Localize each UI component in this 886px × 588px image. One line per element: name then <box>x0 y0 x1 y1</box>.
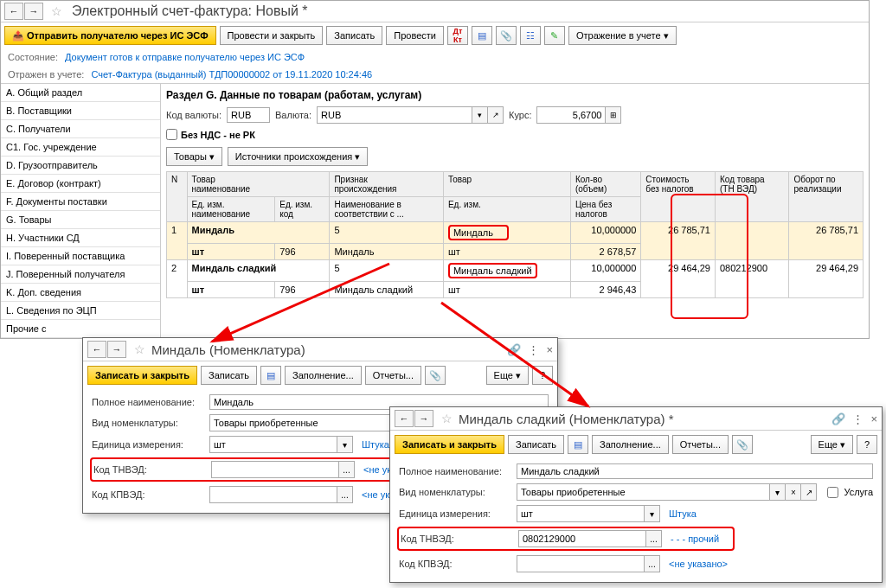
popup1-help-button[interactable]: ? <box>532 366 553 385</box>
novat-checkbox[interactable] <box>166 129 177 140</box>
popup2-back-button[interactable]: ← <box>395 410 414 427</box>
popup1-fill-button[interactable]: Заполнение... <box>285 366 362 385</box>
popup2-link-icon[interactable]: 🔗 <box>831 412 845 425</box>
popup2-type-open[interactable]: ↗ <box>801 483 817 501</box>
state-link[interactable]: Документ готов к отправке получателю чер… <box>65 52 305 62</box>
popup1-tnved-dots[interactable]: ... <box>339 461 355 478</box>
popup1-save-button[interactable]: Записать <box>201 366 257 385</box>
sidebar-item-c[interactable]: C. Получатели <box>1 120 160 138</box>
nav-back-button[interactable]: ← <box>4 3 23 20</box>
sidebar-item-d[interactable]: D. Грузоотправитель <box>1 157 160 175</box>
popup2-reports-button[interactable]: Отчеты... <box>672 435 729 454</box>
currency-code-input[interactable] <box>227 107 270 123</box>
popup2-tnved-input[interactable] <box>518 530 646 547</box>
post-button[interactable]: Провести <box>386 26 444 45</box>
popup2-unit-input[interactable] <box>517 505 645 522</box>
popup1-menu-icon[interactable]: ⋮ <box>528 343 539 356</box>
popup2-help-button[interactable]: ? <box>857 435 877 454</box>
popup2-unit-dropdown[interactable]: ▾ <box>645 505 660 522</box>
popup2-menu-icon[interactable]: ⋮ <box>852 412 864 425</box>
popup2-fill-button[interactable]: Заполнение... <box>592 435 669 454</box>
sources-dropdown-button[interactable]: Источники происхождения ▾ <box>228 147 368 166</box>
popup2-type-input[interactable] <box>517 483 770 501</box>
popup2-star-icon[interactable]: ☆ <box>440 412 453 425</box>
popup1-kpved-dots[interactable]: ... <box>337 486 353 503</box>
sidebar-item-k[interactable]: K. Доп. сведения <box>1 284 160 302</box>
popup2-kpved-dots[interactable]: ... <box>645 555 660 572</box>
th-name: Товар наименование <box>187 172 330 197</box>
popup2-type-clear[interactable]: × <box>786 483 801 501</box>
popup1-save-close-button[interactable]: Записать и закрыть <box>87 366 197 385</box>
popup2-save-button[interactable]: Записать <box>508 435 564 454</box>
popup1-reports-button[interactable]: Отчеты... <box>365 366 421 385</box>
arrow-right-icon: → <box>29 6 39 16</box>
popup2-fullname-input[interactable] <box>517 463 873 479</box>
reflected-link[interactable]: Счет-Фактура (выданный) ТДП00000002 от 1… <box>91 69 372 80</box>
popup2-forward-button[interactable]: → <box>414 410 433 427</box>
popup2-more-button[interactable]: Еще ▾ <box>811 435 853 454</box>
list-icon-button[interactable]: ▤ <box>472 26 492 45</box>
table-row[interactable]: 1 Миндаль 5 Миндаль 10,000000 26 785,71 … <box>167 222 864 244</box>
list-icon: ▤ <box>478 30 486 42</box>
sidebar-item-b[interactable]: B. Поставщики <box>1 102 160 120</box>
post-close-button[interactable]: Провести и закрыть <box>220 26 324 45</box>
popup1-forward-button[interactable]: → <box>107 341 126 358</box>
favorite-star-icon[interactable]: ☆ <box>49 4 63 18</box>
popup1-link-icon[interactable]: 🔗 <box>507 343 521 356</box>
dtkt-icon-button[interactable]: ДтКт <box>447 26 468 45</box>
chevron-down-icon: ▾ <box>664 30 669 42</box>
main-toolbar: 📤 Отправить получателю через ИС ЭСФ Пров… <box>1 22 869 48</box>
nav-forward-button[interactable]: → <box>24 3 43 20</box>
goods-dropdown-button[interactable]: Товары ▾ <box>166 147 222 166</box>
popup2-kpved-input[interactable] <box>517 555 645 572</box>
popup2-type-dropdown[interactable]: ▾ <box>770 483 786 501</box>
sidebar-item-l[interactable]: L. Сведения по ЭЦП <box>1 302 160 320</box>
popup2-tnved-hint[interactable]: - - - прочий <box>671 534 719 544</box>
sidebar-item-f[interactable]: F. Документы поставки <box>1 193 160 211</box>
popup1-unit-input[interactable] <box>209 436 337 453</box>
popup2-attach-button[interactable]: 📎 <box>732 435 753 454</box>
sidebar-item-i[interactable]: I. Поверенный поставщика <box>1 247 160 265</box>
sidebar-item-a[interactable]: A. Общий раздел <box>1 84 160 102</box>
currency-dropdown-button[interactable]: ▾ <box>472 106 488 124</box>
popup2-tnved-dots[interactable]: ... <box>646 530 662 547</box>
popup2-list-button[interactable]: ▤ <box>568 435 588 454</box>
sidebar-item-h[interactable]: H. Участники СД <box>1 229 160 247</box>
popup1-more-button[interactable]: Еще ▾ <box>486 366 529 385</box>
popup1-unit-dropdown[interactable]: ▾ <box>337 436 353 453</box>
sidebar-item-g[interactable]: G. Товары <box>1 211 160 229</box>
table-row[interactable]: 2 Миндаль сладкий 5 Миндаль сладкий 10,0… <box>167 260 864 282</box>
popup1-unit-hint[interactable]: Штука <box>362 439 389 450</box>
sidebar-item-other[interactable]: Прочие с <box>1 320 160 338</box>
popup2-save-close-button[interactable]: Записать и закрыть <box>395 435 504 454</box>
popup2-close-icon[interactable]: × <box>870 412 877 425</box>
popup2-tnved-label: Код ТНВЭД: <box>401 534 513 544</box>
struct-icon-button[interactable]: ☷ <box>520 26 541 45</box>
popup2-kpved-hint[interactable]: <не указано> <box>669 559 728 569</box>
novat-label: Без НДС - не РК <box>181 130 255 140</box>
send-esf-button[interactable]: 📤 Отправить получателю через ИС ЭСФ <box>4 26 216 45</box>
popup1-back-button[interactable]: ← <box>87 341 106 358</box>
rate-calc-button[interactable]: ⊞ <box>606 106 621 124</box>
attach-icon-button[interactable]: 📎 <box>496 26 517 45</box>
popup1-star-icon[interactable]: ☆ <box>132 342 146 356</box>
popup1-attach-button[interactable]: 📎 <box>425 366 446 385</box>
popup1-kpved-input[interactable] <box>209 486 337 503</box>
popup1-tnved-input[interactable] <box>211 461 339 478</box>
rate-input[interactable] <box>536 106 606 124</box>
sidebar-item-j[interactable]: J. Поверенный получателя <box>1 265 160 284</box>
currency-input[interactable] <box>317 106 472 124</box>
sidebar-item-e[interactable]: E. Договор (контракт) <box>1 175 160 193</box>
popup1-title: Миндаль (Номенклатура) <box>151 342 305 357</box>
currency-open-button[interactable]: ↗ <box>488 106 504 124</box>
popup2-unit-hint[interactable]: Штука <box>669 508 697 519</box>
sidebar-item-c1[interactable]: C1. Гос. учреждение <box>1 138 160 157</box>
reflection-button[interactable]: Отражение в учете ▾ <box>568 26 677 45</box>
save-button[interactable]: Записать <box>326 26 382 45</box>
th-origin: Признак происхождения <box>330 172 443 197</box>
popup1-close-icon[interactable]: × <box>546 343 553 356</box>
popup2-service-checkbox[interactable] <box>827 487 838 498</box>
popup1-list-button[interactable]: ▤ <box>260 366 281 385</box>
th-no-tax: Цена без налогов <box>570 197 640 222</box>
edit-icon-button[interactable]: ✎ <box>544 26 565 45</box>
